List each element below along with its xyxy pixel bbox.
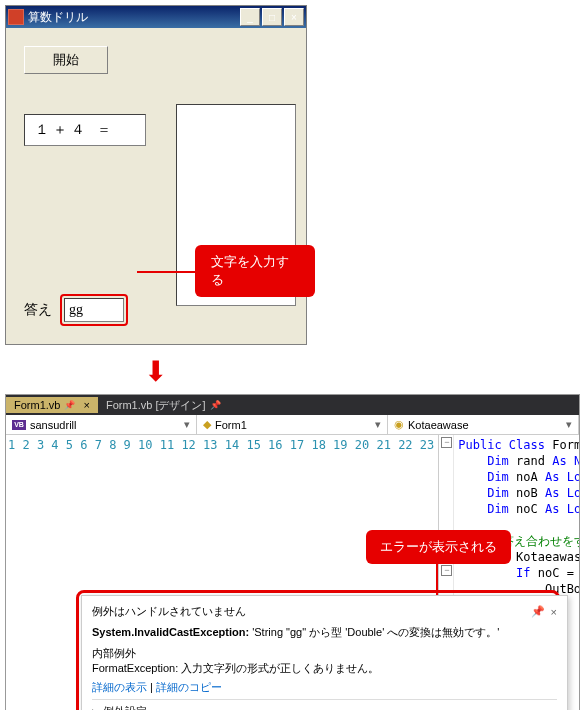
class-dropdown[interactable]: ◆ Form1 ▾: [197, 415, 388, 434]
titlebar: 算数ドリル _ □ ×: [6, 6, 306, 28]
exception-settings-toggle[interactable]: ▷例外設定: [92, 704, 557, 710]
close-icon[interactable]: ×: [551, 606, 557, 618]
ide-window: Form1.vb 📌 × Form1.vb [デザイン] 📌 VB sansud…: [5, 394, 580, 710]
inner-exception-message: FormatException: 入力文字列の形式が正しくありません。: [92, 661, 557, 676]
show-details-link[interactable]: 詳細の表示: [92, 681, 147, 693]
class-icon: ◆: [203, 418, 211, 431]
tab-form1-vb[interactable]: Form1.vb 📌 ×: [6, 397, 98, 413]
fold-box[interactable]: −: [441, 437, 452, 448]
vb-icon: VB: [12, 420, 26, 430]
callout-input-chars: 文字を入力する: [195, 245, 315, 297]
pin-icon[interactable]: 📌: [531, 605, 545, 618]
chevron-down-icon: ▾: [566, 418, 572, 431]
method-icon: ◉: [394, 418, 404, 431]
pin-icon[interactable]: 📌: [64, 400, 75, 410]
chevron-down-icon: ▾: [184, 418, 190, 431]
popup-title: 例外はハンドルされていません: [92, 604, 525, 619]
answer-label: 答え: [24, 301, 52, 319]
maximize-button[interactable]: □: [262, 8, 282, 26]
arrow-down-icon: ⬇: [135, 355, 175, 388]
minimize-button[interactable]: _: [240, 8, 260, 26]
tab-form1-design[interactable]: Form1.vb [デザイン] 📌: [98, 396, 229, 415]
callout-error-shown: エラーが表示される: [366, 530, 511, 564]
start-button[interactable]: 開始: [24, 46, 108, 74]
chevron-down-icon: ▾: [375, 418, 381, 431]
copy-details-link[interactable]: 詳細のコピー: [156, 681, 222, 693]
project-dropdown[interactable]: VB sansudrill ▾: [6, 415, 197, 434]
app-icon: [8, 9, 24, 25]
exception-message: System.InvalidCastException: 'String "gg…: [92, 625, 557, 640]
question-display: １＋４ ＝: [24, 114, 146, 146]
answer-input[interactable]: [64, 298, 124, 322]
close-button[interactable]: ×: [284, 8, 304, 26]
close-icon[interactable]: ×: [83, 399, 89, 411]
inner-exception-label: 内部例外: [92, 646, 557, 661]
method-dropdown[interactable]: ◉ Kotaeawase ▾: [388, 415, 579, 434]
pin-icon[interactable]: 📌: [210, 400, 221, 410]
exception-popup: 例外はハンドルされていません 📌 × System.InvalidCastExc…: [81, 595, 568, 710]
tab-bar: Form1.vb 📌 × Form1.vb [デザイン] 📌: [6, 395, 579, 415]
code-area: 1 2 3 4 5 6 7 8 9 10 11 12 13 14 15 16 1…: [6, 435, 579, 710]
window-title: 算数ドリル: [28, 9, 88, 26]
fold-box[interactable]: −: [441, 565, 452, 576]
